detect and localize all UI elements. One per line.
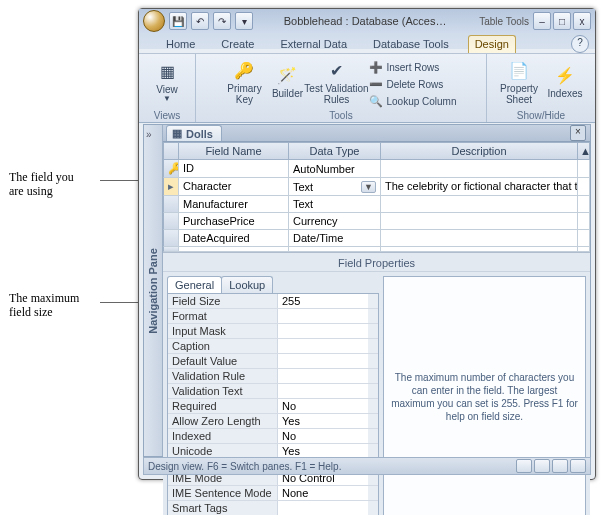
property-value[interactable]: None — [278, 486, 368, 500]
lookup-column-button[interactable]: 🔍Lookup Column — [366, 93, 459, 109]
property-row[interactable]: Allow Zero LengthYes — [168, 414, 378, 429]
help-icon[interactable]: ? — [571, 35, 589, 53]
builder-button[interactable]: 🪄 Builder — [268, 57, 306, 107]
property-value[interactable] — [278, 309, 368, 323]
view-button[interactable]: ▦ View ▼ — [147, 57, 187, 107]
insert-rows-button[interactable]: ➕Insert Rows — [366, 59, 459, 75]
scroll-track[interactable] — [368, 486, 378, 500]
field-name-cell[interactable]: Manufacturer — [179, 196, 289, 213]
property-row[interactable]: Field Size255 — [168, 294, 378, 309]
property-value[interactable] — [278, 324, 368, 338]
description-cell[interactable]: The celebrity or fictional character tha… — [381, 178, 578, 196]
col-header-data-type[interactable]: Data Type — [289, 142, 381, 160]
table-tab-dolls[interactable]: ▦ Dolls — [166, 125, 222, 141]
scroll-up-icon[interactable]: ▲ — [578, 142, 590, 160]
table-row[interactable]: DateAcquiredDate/Time — [163, 230, 590, 247]
field-name-cell[interactable]: Character — [179, 178, 289, 196]
table-row[interactable]: ▸CharacterText▼The celebrity or fictiona… — [163, 178, 590, 196]
tab-home[interactable]: Home — [159, 35, 202, 53]
description-cell[interactable] — [381, 196, 578, 213]
office-button[interactable] — [143, 10, 165, 32]
row-selector[interactable] — [163, 213, 179, 230]
close-button[interactable]: x — [573, 12, 591, 30]
property-row[interactable]: RequiredNo — [168, 399, 378, 414]
property-row[interactable]: IME Sentence ModeNone — [168, 486, 378, 501]
scroll-track[interactable] — [578, 160, 590, 178]
data-type-cell[interactable]: Date/Time — [289, 230, 381, 247]
pivot-table-view-icon[interactable] — [534, 459, 550, 473]
pivot-chart-view-icon[interactable] — [552, 459, 568, 473]
tab-lookup[interactable]: Lookup — [221, 276, 273, 293]
scroll-track[interactable] — [368, 309, 378, 323]
property-row[interactable]: Validation Rule — [168, 369, 378, 384]
property-value[interactable]: No — [278, 399, 368, 413]
property-value[interactable] — [278, 354, 368, 368]
redo-icon[interactable]: ↷ — [213, 12, 231, 30]
table-row[interactable]: PurchasePriceCurrency — [163, 213, 590, 230]
property-value[interactable] — [278, 501, 368, 515]
row-selector[interactable]: 🔑 — [163, 160, 179, 178]
field-name-cell[interactable]: DateAcquired — [179, 230, 289, 247]
description-cell[interactable] — [381, 213, 578, 230]
scroll-track[interactable] — [368, 414, 378, 428]
qat-more-icon[interactable]: ▾ — [235, 12, 253, 30]
property-value[interactable] — [278, 384, 368, 398]
property-row[interactable]: Default Value — [168, 354, 378, 369]
row-selector[interactable] — [163, 230, 179, 247]
tab-external-data[interactable]: External Data — [273, 35, 354, 53]
scroll-track[interactable] — [368, 429, 378, 443]
scroll-track[interactable] — [578, 230, 590, 247]
chevron-right-icon[interactable]: » — [146, 129, 152, 140]
property-value[interactable] — [278, 369, 368, 383]
property-value[interactable]: Yes — [278, 414, 368, 428]
close-tab-button[interactable]: × — [570, 125, 586, 141]
property-row[interactable]: Validation Text — [168, 384, 378, 399]
col-header-field-name[interactable]: Field Name — [179, 142, 289, 160]
tab-general[interactable]: General — [167, 276, 222, 293]
property-value[interactable]: No — [278, 429, 368, 443]
description-cell[interactable] — [381, 230, 578, 247]
scroll-track[interactable] — [368, 354, 378, 368]
data-type-cell[interactable]: AutoNumber — [289, 160, 381, 178]
table-row[interactable]: 🔑IDAutoNumber — [163, 160, 590, 178]
scroll-track[interactable] — [368, 294, 378, 308]
data-type-cell[interactable]: Text▼ — [289, 178, 381, 196]
field-name-cell[interactable]: ID — [179, 160, 289, 178]
scroll-track[interactable] — [368, 384, 378, 398]
col-header-description[interactable]: Description — [381, 142, 578, 160]
undo-icon[interactable]: ↶ — [191, 12, 209, 30]
indexes-button[interactable]: ⚡ Indexes — [544, 57, 586, 107]
scroll-track[interactable] — [368, 369, 378, 383]
scroll-track[interactable] — [368, 324, 378, 338]
row-selector[interactable]: ▸ — [163, 178, 179, 196]
scroll-track[interactable] — [368, 399, 378, 413]
navigation-pane[interactable]: » Navigation Pane — [144, 125, 163, 456]
property-sheet-button[interactable]: 📄 Property Sheet — [496, 57, 542, 107]
data-type-cell[interactable]: Currency — [289, 213, 381, 230]
property-row[interactable]: Caption — [168, 339, 378, 354]
data-type-cell[interactable]: Text — [289, 196, 381, 213]
table-row[interactable]: ManufacturerText — [163, 196, 590, 213]
dropdown-icon[interactable]: ▼ — [361, 181, 376, 193]
tab-create[interactable]: Create — [214, 35, 261, 53]
field-name-cell[interactable]: PurchasePrice — [179, 213, 289, 230]
scroll-track[interactable] — [368, 339, 378, 353]
property-value[interactable] — [278, 339, 368, 353]
datasheet-view-icon[interactable] — [516, 459, 532, 473]
maximize-button[interactable]: □ — [553, 12, 571, 30]
primary-key-button[interactable]: 🔑 Primary Key — [222, 57, 266, 107]
scroll-track[interactable] — [578, 178, 590, 196]
design-view-icon[interactable] — [570, 459, 586, 473]
scroll-track[interactable] — [578, 196, 590, 213]
scroll-track[interactable] — [578, 213, 590, 230]
description-cell[interactable] — [381, 160, 578, 178]
test-validation-button[interactable]: ✔ Test Validation Rules — [308, 57, 364, 107]
property-value[interactable]: 255 — [278, 294, 368, 308]
property-row[interactable]: Format — [168, 309, 378, 324]
property-row[interactable]: Input Mask — [168, 324, 378, 339]
tab-design[interactable]: Design — [468, 35, 516, 53]
row-selector[interactable] — [163, 196, 179, 213]
property-row[interactable]: IndexedNo — [168, 429, 378, 444]
property-row[interactable]: Smart Tags — [168, 501, 378, 515]
tab-database-tools[interactable]: Database Tools — [366, 35, 456, 53]
